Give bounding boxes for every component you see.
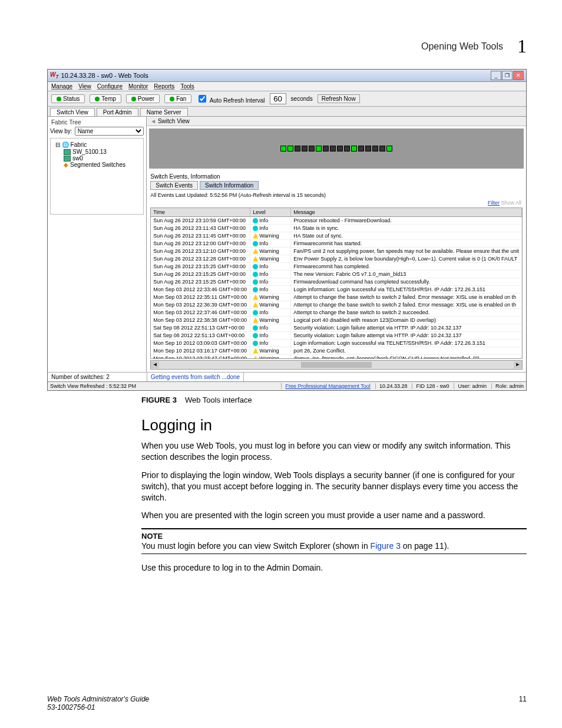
tree-item-segmented[interactable]: ◆Segmented Switches bbox=[53, 162, 141, 168]
info-icon bbox=[253, 226, 258, 231]
switch-count: Number of switches: 2 bbox=[48, 373, 147, 381]
event-row[interactable]: Mon Sep 03 2012 22:37:46 GMT+00:00InfoAt… bbox=[151, 309, 522, 317]
status-button[interactable]: Status bbox=[51, 94, 85, 103]
tree-item-sw0[interactable]: sw0 bbox=[53, 155, 141, 162]
event-row[interactable]: Sat Sep 08 2012 22:51:13 GMT+00:00InfoSe… bbox=[151, 332, 522, 340]
auto-refresh-label: Auto Refresh Interval bbox=[210, 97, 265, 104]
events-table: Time Level Message Sun Aug 26 2012 23:10… bbox=[150, 207, 523, 359]
info-icon bbox=[253, 241, 258, 246]
filter-link[interactable]: Filter bbox=[488, 200, 500, 206]
power-button[interactable]: Power bbox=[126, 94, 160, 103]
event-row[interactable]: Sun Aug 26 2012 23:15:25 GMT+00:00InfoTh… bbox=[151, 271, 522, 278]
switch-icon bbox=[64, 149, 71, 155]
statusbar: Switch View Refreshed : 5:52:32 PM Free … bbox=[48, 381, 526, 390]
warning-icon bbox=[253, 249, 258, 254]
event-row[interactable]: Sun Aug 26 2012 23:11:43 GMT+00:00InfoHA… bbox=[151, 225, 522, 232]
switch-chassis-graphic[interactable] bbox=[149, 129, 524, 169]
figure-label: FIGURE 3 bbox=[141, 396, 177, 404]
window-titlebar[interactable]: WT 10.24.33.28 - sw0 - Web Tools _ ❐ ✕ bbox=[48, 70, 526, 82]
fan-dot-icon bbox=[170, 97, 174, 101]
temp-button[interactable]: Temp bbox=[90, 94, 121, 103]
tree-root-fabric[interactable]: ⊟ 🌐 Fabric bbox=[53, 141, 141, 149]
scroll-thumb[interactable] bbox=[301, 362, 372, 368]
event-row[interactable]: Mon Sep 10 2012 03:09:03 GMT+00:00InfoLo… bbox=[151, 340, 522, 347]
warning-icon bbox=[253, 295, 258, 300]
restore-button[interactable]: ❐ bbox=[502, 71, 513, 80]
event-row[interactable]: Sun Aug 26 2012 23:12:28 GMT+00:00Warnin… bbox=[151, 255, 522, 263]
tab-name-server[interactable]: Name Server bbox=[140, 108, 188, 116]
tab-switch-information[interactable]: Switch Information bbox=[200, 181, 259, 190]
refresh-now-button[interactable]: Refresh Now bbox=[318, 94, 360, 103]
info-icon bbox=[253, 310, 258, 315]
event-row[interactable]: Sun Aug 26 2012 23:12:10 GMT+00:00Warnin… bbox=[151, 248, 522, 255]
warning-icon bbox=[253, 256, 258, 262]
page-footer: Web Tools Administrator's Guide 53-10027… bbox=[47, 695, 527, 711]
event-row[interactable]: Sun Aug 26 2012 23:11:45 GMT+00:00Warnin… bbox=[151, 232, 522, 240]
scroll-left-button[interactable]: ◄ bbox=[151, 361, 159, 368]
statusbar-refresh-time: Switch View Refreshed : 5:52:32 PM bbox=[50, 383, 136, 389]
events-meta: All Events Last Updated: 5:52:56 PM (Aut… bbox=[147, 191, 526, 199]
warning-icon bbox=[253, 348, 258, 354]
menu-configure[interactable]: Configure bbox=[97, 83, 123, 90]
free-tool-link[interactable]: Free Professional Management Tool bbox=[281, 383, 370, 389]
event-row[interactable]: Sat Sep 08 2012 22:51:13 GMT+00:00InfoSe… bbox=[151, 324, 522, 332]
segmented-icon: ◆ bbox=[64, 162, 68, 168]
warning-icon bbox=[253, 302, 258, 308]
viewby-select[interactable]: Name bbox=[75, 127, 144, 136]
col-message-header[interactable]: Message bbox=[291, 208, 522, 216]
events-section-label: Switch Events, Information bbox=[147, 171, 526, 180]
tree-item-sw5100[interactable]: SW_5100.13 bbox=[53, 149, 141, 155]
seconds-label: seconds bbox=[291, 95, 313, 102]
fabric-tree-label: Fabric Tree bbox=[50, 119, 144, 126]
window-title: 10.24.33.28 - sw0 - Web Tools bbox=[61, 72, 148, 79]
info-icon bbox=[253, 333, 258, 338]
body-p2: Prior to displaying the login window, We… bbox=[141, 470, 527, 503]
page-header-title: Opening Web Tools bbox=[421, 41, 503, 52]
note-label: NOTE bbox=[141, 532, 527, 541]
fan-label: Fan bbox=[176, 95, 186, 102]
horizontal-scrollbar[interactable]: ◄ ► bbox=[150, 360, 523, 370]
statusbar-fid: FID 128 - sw0 bbox=[412, 383, 449, 389]
power-label: Power bbox=[138, 95, 154, 102]
status-label: Status bbox=[63, 95, 80, 102]
event-row[interactable]: Sun Aug 26 2012 23:12:00 GMT+00:00InfoFi… bbox=[151, 240, 522, 248]
event-row[interactable]: Mon Sep 10 2012 03:23:47 GMT+00:00Warnin… bbox=[151, 355, 522, 358]
close-button[interactable]: ✕ bbox=[513, 71, 524, 80]
minimize-button[interactable]: _ bbox=[491, 71, 501, 80]
fan-button[interactable]: Fan bbox=[164, 94, 191, 103]
status-dot-icon bbox=[57, 97, 61, 101]
menu-manage[interactable]: Manage bbox=[51, 83, 72, 90]
info-icon bbox=[253, 218, 258, 223]
temp-label: Temp bbox=[101, 95, 115, 102]
event-row[interactable]: Sun Aug 26 2012 23:15:25 GMT+00:00InfoFi… bbox=[151, 263, 522, 271]
switch-icon bbox=[64, 156, 71, 162]
info-icon bbox=[253, 287, 258, 292]
refresh-interval-input[interactable] bbox=[270, 93, 286, 104]
event-row[interactable]: Sun Aug 26 2012 23:10:59 GMT+00:00InfoPr… bbox=[151, 217, 522, 225]
menu-reports[interactable]: Reports bbox=[154, 83, 174, 90]
figure-text: Web Tools interface bbox=[185, 396, 252, 404]
tab-switch-view[interactable]: Switch View bbox=[50, 108, 95, 116]
switchview-header: Switch View bbox=[158, 118, 190, 124]
event-row[interactable]: Mon Sep 03 2012 22:36:39 GMT+00:00Warnin… bbox=[151, 301, 522, 309]
footer-guide: Web Tools Administrator's Guide bbox=[47, 695, 149, 703]
col-time-header[interactable]: Time bbox=[151, 208, 250, 216]
menu-monitor[interactable]: Monitor bbox=[128, 83, 148, 90]
event-row[interactable]: Sun Aug 26 2012 23:15:25 GMT+00:00InfoFi… bbox=[151, 278, 522, 286]
tab-switch-events[interactable]: Switch Events bbox=[150, 181, 198, 190]
info-icon bbox=[253, 279, 258, 285]
auto-refresh-checkbox[interactable]: Auto Refresh Interval bbox=[196, 93, 265, 104]
note-block: NOTE You must login before you can view … bbox=[141, 528, 527, 554]
menu-tools[interactable]: Tools bbox=[180, 83, 194, 90]
menu-view[interactable]: View bbox=[78, 83, 91, 90]
col-level-header[interactable]: Level bbox=[250, 208, 291, 216]
figure-link[interactable]: Figure 3 bbox=[371, 541, 401, 551]
tab-port-admin[interactable]: Port Admin bbox=[97, 108, 138, 116]
event-row[interactable]: Mon Sep 10 2012 03:16:17 GMT+00:00Warnin… bbox=[151, 347, 522, 355]
event-row[interactable]: Mon Sep 03 2012 22:33:46 GMT+00:00InfoLo… bbox=[151, 286, 522, 294]
event-row[interactable]: Mon Sep 03 2012 22:35:11 GMT+00:00Warnin… bbox=[151, 294, 522, 301]
scroll-right-button[interactable]: ► bbox=[514, 361, 522, 368]
section-heading: Logging in bbox=[141, 416, 527, 434]
view-tabs: Switch View Port Admin Name Server bbox=[48, 107, 526, 117]
event-row[interactable]: Mon Sep 03 2012 22:38:38 GMT+00:00Warnin… bbox=[151, 317, 522, 324]
